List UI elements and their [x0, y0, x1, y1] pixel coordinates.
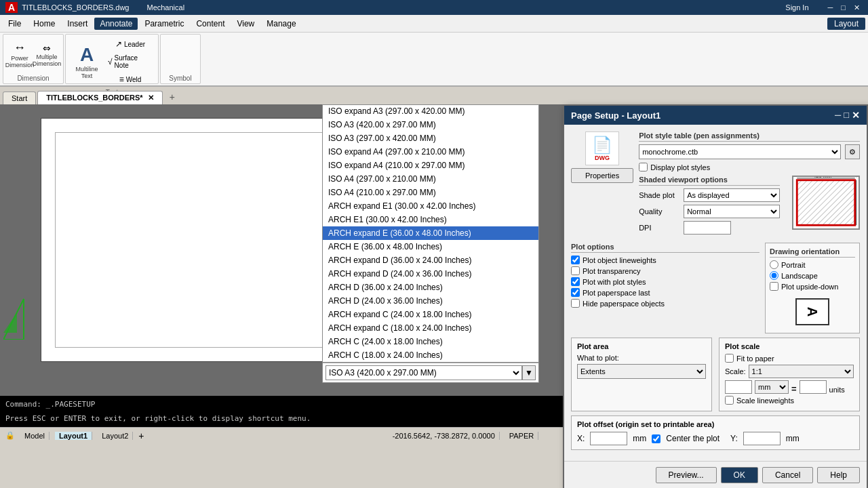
ribbon-tool-weld[interactable]: ≡ Weld [106, 71, 154, 87]
center-plot-checkbox[interactable] [652, 434, 660, 443]
plot-style-table-title: Plot style table (pen assignments) [639, 131, 860, 142]
dialog-minimize-button[interactable]: ─ [835, 110, 841, 121]
scale-label: Scale: [725, 367, 746, 375]
dialog-body: 📄 DWG Properties Plot style table (pen a… [564, 125, 867, 461]
scale-unit-select[interactable]: mm [755, 380, 789, 394]
display-plot-styles-row: Display plot styles [639, 163, 860, 171]
dropdown-item[interactable]: ARCH expand C (18.00 x 24.00 Inches) [323, 321, 538, 335]
ribbon-tool-multiple-dim[interactable]: ⇔ Multiple Dimension [35, 43, 59, 67]
plot-options-list: Plot options Plot object lineweights Plo… [571, 243, 760, 333]
dropdown-item[interactable]: ARCH C (18.00 x 24.00 Inches) [323, 348, 538, 362]
dropdown-arrow-icon[interactable]: ▼ [522, 365, 536, 380]
ribbon-tool-surface-note[interactable]: √ Surface Note [106, 54, 154, 70]
scale-value-2[interactable]: 1 [800, 380, 827, 394]
dropdown-item[interactable]: ARCH expand C (24.00 x 18.00 Inches) [323, 308, 538, 321]
dpi-input[interactable]: 100 [684, 221, 731, 235]
menu-manage[interactable]: Manage [261, 18, 301, 30]
add-layout-btn[interactable]: + [138, 430, 144, 441]
help-button[interactable]: Help [817, 467, 860, 483]
x-offset-input[interactable]: -5.01 [590, 432, 627, 445]
plot-upside-down-label: Plot upside-down [781, 283, 838, 291]
scale-value-1[interactable]: 1 [725, 380, 752, 394]
dropdown-item[interactable]: ARCH E (36.00 x 48.00 Inches) [323, 240, 538, 253]
scale-input-block-1: 1 [725, 380, 752, 394]
plot-object-lineweights-checkbox[interactable] [571, 256, 580, 264]
quality-select[interactable]: Normal [684, 205, 780, 218]
paper-label[interactable]: PAPER [505, 432, 538, 440]
cancel-button[interactable]: Cancel [762, 467, 813, 483]
y-offset-input[interactable]: -17.01 [743, 432, 781, 445]
dropdown-item[interactable]: ISO expand A4 (297.00 x 210.00 MM) [323, 145, 538, 159]
hide-paperspace-checkbox[interactable] [571, 299, 580, 308]
ribbon-tool-multiline-text[interactable]: A Multiline Text [70, 49, 104, 74]
dropdown-item[interactable]: ARCH D (24.00 x 36.00 Inches) [323, 294, 538, 308]
tab-layout2[interactable]: Layout2 [98, 432, 133, 440]
display-plot-styles-checkbox[interactable] [639, 163, 648, 171]
menu-content[interactable]: Content [191, 18, 230, 30]
dropdown-item[interactable]: ISO A4 (297.00 x 210.00 MM) [323, 172, 538, 186]
tab-model[interactable]: Model [20, 432, 50, 440]
portrait-radio[interactable] [770, 260, 778, 269]
quality-row: Quality Normal [639, 205, 780, 218]
plot-style-combo-row: monochrome.ctb ⚙ [639, 144, 860, 159]
ribbon-tool-power-dim[interactable]: ↔ Power Dimension [7, 43, 32, 67]
sign-in-button[interactable]: Sign In [785, 3, 808, 12]
svg-rect-4 [797, 180, 855, 226]
dialog-maximize-button[interactable]: □ [844, 110, 849, 121]
plot-area-title: Plot area [577, 342, 706, 350]
tab-start[interactable]: Start [3, 92, 36, 104]
dropdown-item[interactable]: ISO expand A3 (297.00 x 420.00 MM) [323, 105, 538, 118]
ok-button[interactable]: OK [721, 467, 758, 483]
what-to-plot-select[interactable]: Extents [577, 364, 706, 379]
menu-parametric[interactable]: Parametric [139, 18, 189, 30]
preview-button[interactable]: Preview... [656, 467, 717, 483]
dropdown-item[interactable]: ISO A4 (210.00 x 297.00 MM) [323, 186, 538, 199]
menu-view[interactable]: View [231, 18, 260, 30]
y-label: Y: [730, 434, 738, 443]
tab-layout1[interactable]: Layout1 [55, 432, 92, 440]
scale-lineweights-checkbox[interactable] [725, 396, 734, 405]
dropdown-item[interactable]: ARCH E1 (30.00 x 42.00 Inches) [323, 213, 538, 226]
dropdown-item[interactable]: ISO A3 (420.00 x 297.00 MM) [323, 118, 538, 131]
menu-home[interactable]: Home [28, 18, 60, 30]
shade-plot-select[interactable]: As displayed [684, 188, 780, 202]
lock-icon: 🔒 [5, 431, 15, 440]
shade-plot-row: Shade plot As displayed [639, 188, 780, 202]
menu-insert[interactable]: Insert [62, 18, 93, 30]
scale-select[interactable]: 1:1 [749, 365, 854, 378]
plot-paperspace-last-label: Plot paperspace last [583, 289, 650, 297]
plot-style-section: 📄 DWG Properties Plot style table (pen a… [571, 131, 860, 237]
tab-add-button[interactable]: + [164, 89, 180, 104]
dropdown-item[interactable]: ISO A3 (297.00 x 420.00 MM) [323, 131, 538, 145]
plot-style-settings-button[interactable]: ⚙ [845, 144, 860, 159]
plot-with-plot-styles-checkbox[interactable] [571, 277, 580, 286]
dropdown-item[interactable]: ARCH C (24.00 x 18.00 Inches) [323, 335, 538, 348]
dropdown-item[interactable]: ARCH expand D (24.00 x 36.00 Inches) [323, 267, 538, 281]
ribbon-tool-leader[interactable]: ↗ Leader [106, 36, 154, 52]
close-button[interactable]: ✕ [851, 3, 863, 12]
properties-button[interactable]: Properties [571, 168, 633, 183]
dropdown-item[interactable]: ARCH expand E1 (30.00 x 42.00 Inches) [323, 199, 538, 213]
tab-titleblocks[interactable]: TITLEBLOCKS_BORDERS* ✕ [37, 91, 162, 104]
minimize-button[interactable]: ─ [825, 3, 836, 12]
menu-file[interactable]: File [3, 18, 26, 30]
paper-size-select[interactable]: ISO A3 (420.00 x 297.00 MM) [326, 365, 522, 380]
dropdown-item[interactable]: ARCH expand D (36.00 x 24.00 Inches) [323, 253, 538, 267]
plot-transparency-checkbox[interactable] [571, 266, 580, 275]
tab-close-icon[interactable]: ✕ [148, 94, 154, 102]
dropdown-item[interactable]: ARCH expand E (36.00 x 48.00 Inches) [323, 226, 538, 240]
plot-style-select[interactable]: monochrome.ctb [639, 144, 841, 159]
landscape-radio[interactable] [770, 271, 778, 280]
maximize-button[interactable]: □ [838, 3, 848, 12]
fit-to-paper-checkbox[interactable] [725, 354, 734, 363]
plot-paperspace-last-checkbox[interactable] [571, 288, 580, 297]
dropdown-list[interactable]: ISO expand A1 (594.00 x 841.00 MM)ISO A1… [323, 105, 538, 363]
tab-strip: Start TITLEBLOCKS_BORDERS* ✕ + [0, 87, 868, 104]
dropdown-item[interactable]: ISO expand A4 (210.00 x 297.00 MM) [323, 159, 538, 172]
plot-offset-box: Plot offset (origin set to printable are… [571, 415, 860, 450]
menu-annotate[interactable]: Annotate [94, 18, 138, 30]
layout-tab-btn[interactable]: Layout [827, 18, 865, 30]
plot-upside-down-checkbox[interactable] [770, 282, 778, 291]
dialog-close-button[interactable]: ✕ [852, 110, 860, 121]
dropdown-item[interactable]: ARCH D (36.00 x 24.00 Inches) [323, 281, 538, 294]
